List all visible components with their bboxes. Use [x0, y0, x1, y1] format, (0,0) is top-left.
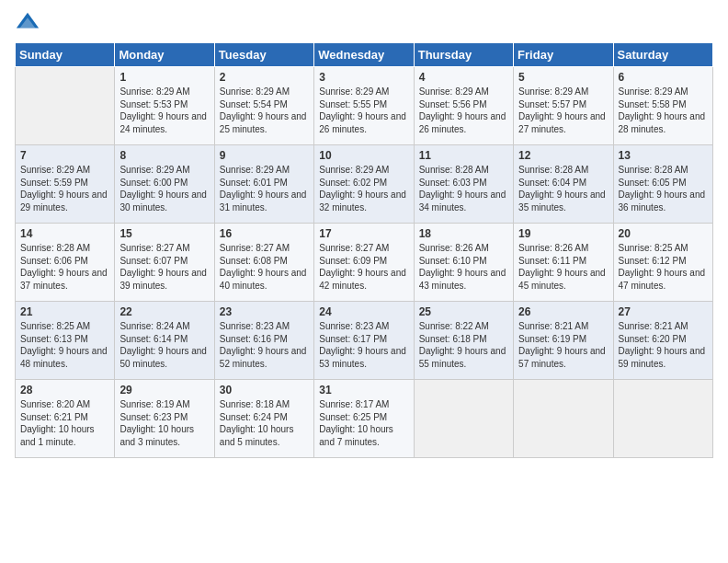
day-number: 3	[319, 71, 408, 84]
day-info: Sunrise: 8:19 AMSunset: 6:23 PMDaylight:…	[119, 398, 209, 448]
day-number: 24	[319, 305, 408, 318]
day-number: 25	[419, 305, 508, 318]
day-info: Sunrise: 8:29 AMSunset: 5:58 PMDaylight:…	[619, 86, 708, 135]
day-number: 10	[319, 149, 408, 162]
day-info: Sunrise: 8:21 AMSunset: 6:20 PMDaylight:…	[619, 320, 708, 370]
day-info: Sunrise: 8:29 AMSunset: 5:56 PMDaylight:…	[419, 86, 508, 135]
day-info: Sunrise: 8:29 AMSunset: 6:00 PMDaylight:…	[119, 164, 209, 213]
day-number: 1	[119, 71, 209, 84]
day-cell: 18Sunrise: 8:26 AMSunset: 6:10 PMDayligh…	[414, 224, 513, 302]
day-info: Sunrise: 8:29 AMSunset: 5:59 PMDaylight:…	[20, 164, 109, 213]
day-cell: 10Sunrise: 8:29 AMSunset: 6:02 PMDayligh…	[314, 145, 414, 224]
day-cell	[16, 67, 115, 145]
day-number: 5	[518, 71, 608, 84]
week-row-1: 1Sunrise: 8:29 AMSunset: 5:53 PMDaylight…	[16, 67, 713, 145]
day-info: Sunrise: 8:28 AMSunset: 6:03 PMDaylight:…	[419, 164, 508, 213]
day-number: 8	[119, 149, 209, 162]
day-cell: 6Sunrise: 8:29 AMSunset: 5:58 PMDaylight…	[613, 67, 712, 145]
day-cell: 15Sunrise: 8:27 AMSunset: 6:07 PMDayligh…	[115, 224, 214, 302]
day-info: Sunrise: 8:25 AMSunset: 6:13 PMDaylight:…	[20, 320, 109, 370]
day-cell: 28Sunrise: 8:20 AMSunset: 6:21 PMDayligh…	[16, 380, 115, 458]
day-cell: 29Sunrise: 8:19 AMSunset: 6:23 PMDayligh…	[115, 380, 214, 458]
day-cell: 12Sunrise: 8:28 AMSunset: 6:04 PMDayligh…	[514, 145, 613, 224]
day-cell	[414, 380, 513, 458]
day-info: Sunrise: 8:29 AMSunset: 5:55 PMDaylight:…	[319, 86, 408, 135]
day-info: Sunrise: 8:27 AMSunset: 6:08 PMDaylight:…	[220, 242, 309, 292]
day-number: 15	[119, 227, 209, 240]
logo	[15, 9, 44, 35]
day-cell: 16Sunrise: 8:27 AMSunset: 6:08 PMDayligh…	[214, 224, 313, 302]
day-number: 30	[220, 384, 309, 396]
day-number: 9	[220, 149, 309, 162]
day-number: 27	[619, 305, 708, 318]
day-info: Sunrise: 8:26 AMSunset: 6:10 PMDaylight:…	[419, 242, 508, 292]
week-row-2: 7Sunrise: 8:29 AMSunset: 5:59 PMDaylight…	[16, 145, 713, 224]
day-number: 17	[319, 227, 408, 240]
day-number: 12	[518, 149, 608, 162]
day-cell: 13Sunrise: 8:28 AMSunset: 6:05 PMDayligh…	[613, 145, 712, 224]
day-cell: 3Sunrise: 8:29 AMSunset: 5:55 PMDaylight…	[314, 67, 414, 145]
day-cell: 2Sunrise: 8:29 AMSunset: 5:54 PMDaylight…	[214, 67, 313, 145]
day-cell: 31Sunrise: 8:17 AMSunset: 6:25 PMDayligh…	[314, 380, 414, 458]
day-info: Sunrise: 8:28 AMSunset: 6:06 PMDaylight:…	[20, 242, 109, 292]
day-cell: 27Sunrise: 8:21 AMSunset: 6:20 PMDayligh…	[613, 302, 712, 380]
weekday-header-wednesday: Wednesday	[314, 43, 414, 67]
day-number: 2	[220, 71, 309, 84]
day-number: 28	[20, 384, 109, 396]
weekday-header-thursday: Thursday	[414, 43, 513, 67]
logo-icon	[15, 9, 40, 35]
day-info: Sunrise: 8:26 AMSunset: 6:11 PMDaylight:…	[518, 242, 608, 292]
day-number: 6	[619, 71, 708, 84]
day-info: Sunrise: 8:29 AMSunset: 5:54 PMDaylight:…	[220, 86, 309, 135]
weekday-header-friday: Friday	[514, 43, 613, 67]
day-cell: 24Sunrise: 8:23 AMSunset: 6:17 PMDayligh…	[314, 302, 414, 380]
day-info: Sunrise: 8:23 AMSunset: 6:16 PMDaylight:…	[220, 320, 309, 370]
day-number: 22	[119, 305, 209, 318]
weekday-header-tuesday: Tuesday	[214, 43, 313, 67]
day-number: 11	[419, 149, 508, 162]
day-info: Sunrise: 8:23 AMSunset: 6:17 PMDaylight:…	[319, 320, 408, 370]
day-info: Sunrise: 8:21 AMSunset: 6:19 PMDaylight:…	[518, 320, 608, 370]
day-info: Sunrise: 8:18 AMSunset: 6:24 PMDaylight:…	[220, 398, 309, 448]
day-info: Sunrise: 8:20 AMSunset: 6:21 PMDaylight:…	[20, 398, 109, 448]
week-row-3: 14Sunrise: 8:28 AMSunset: 6:06 PMDayligh…	[16, 224, 713, 302]
day-cell: 19Sunrise: 8:26 AMSunset: 6:11 PMDayligh…	[514, 224, 613, 302]
day-info: Sunrise: 8:28 AMSunset: 6:05 PMDaylight:…	[619, 164, 708, 213]
day-number: 20	[619, 227, 708, 240]
day-cell: 25Sunrise: 8:22 AMSunset: 6:18 PMDayligh…	[414, 302, 513, 380]
day-cell: 26Sunrise: 8:21 AMSunset: 6:19 PMDayligh…	[514, 302, 613, 380]
day-cell	[613, 380, 712, 458]
day-cell: 17Sunrise: 8:27 AMSunset: 6:09 PMDayligh…	[314, 224, 414, 302]
day-info: Sunrise: 8:29 AMSunset: 5:53 PMDaylight:…	[119, 86, 209, 135]
week-row-4: 21Sunrise: 8:25 AMSunset: 6:13 PMDayligh…	[16, 302, 713, 380]
day-info: Sunrise: 8:29 AMSunset: 6:01 PMDaylight:…	[220, 164, 309, 213]
day-info: Sunrise: 8:29 AMSunset: 6:02 PMDaylight:…	[319, 164, 408, 213]
day-number: 26	[518, 305, 608, 318]
day-number: 23	[220, 305, 309, 318]
day-number: 21	[20, 305, 109, 318]
day-number: 16	[220, 227, 309, 240]
day-cell: 14Sunrise: 8:28 AMSunset: 6:06 PMDayligh…	[16, 224, 115, 302]
weekday-header-sunday: Sunday	[16, 43, 115, 67]
day-cell: 5Sunrise: 8:29 AMSunset: 5:57 PMDaylight…	[514, 67, 613, 145]
day-number: 7	[20, 149, 109, 162]
day-number: 14	[20, 227, 109, 240]
day-number: 29	[119, 384, 209, 396]
day-number: 31	[319, 384, 408, 396]
day-cell	[514, 380, 613, 458]
day-cell: 23Sunrise: 8:23 AMSunset: 6:16 PMDayligh…	[214, 302, 313, 380]
day-cell: 20Sunrise: 8:25 AMSunset: 6:12 PMDayligh…	[613, 224, 712, 302]
day-number: 13	[619, 149, 708, 162]
calendar-table: SundayMondayTuesdayWednesdayThursdayFrid…	[15, 42, 713, 458]
weekday-header-saturday: Saturday	[613, 43, 712, 67]
day-cell: 4Sunrise: 8:29 AMSunset: 5:56 PMDaylight…	[414, 67, 513, 145]
day-cell: 22Sunrise: 8:24 AMSunset: 6:14 PMDayligh…	[115, 302, 214, 380]
day-cell: 8Sunrise: 8:29 AMSunset: 6:00 PMDaylight…	[115, 145, 214, 224]
week-row-5: 28Sunrise: 8:20 AMSunset: 6:21 PMDayligh…	[16, 380, 713, 458]
day-info: Sunrise: 8:24 AMSunset: 6:14 PMDaylight:…	[119, 320, 209, 370]
day-cell: 1Sunrise: 8:29 AMSunset: 5:53 PMDaylight…	[115, 67, 214, 145]
day-cell: 9Sunrise: 8:29 AMSunset: 6:01 PMDaylight…	[214, 145, 313, 224]
day-cell: 7Sunrise: 8:29 AMSunset: 5:59 PMDaylight…	[16, 145, 115, 224]
page-header	[15, 9, 713, 35]
day-info: Sunrise: 8:25 AMSunset: 6:12 PMDaylight:…	[619, 242, 708, 292]
